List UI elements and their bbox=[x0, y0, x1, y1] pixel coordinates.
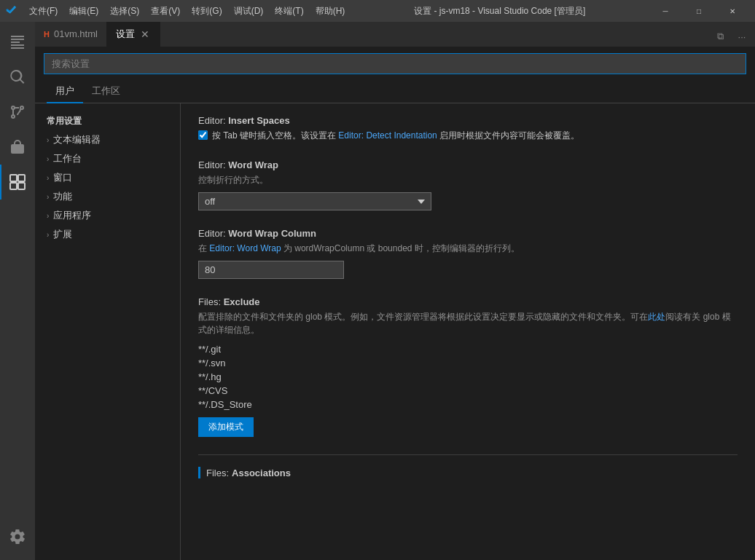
nav-item-label: 应用程序 bbox=[53, 209, 91, 222]
nav-item-app[interactable]: › 应用程序 bbox=[35, 206, 180, 225]
close-button[interactable]: ✕ bbox=[716, 0, 749, 22]
tab-close-settings[interactable]: ✕ bbox=[139, 28, 151, 40]
setting-title-word-wrap: Editor: Word Wrap bbox=[198, 159, 738, 170]
activity-git[interactable] bbox=[0, 95, 35, 130]
menu-goto[interactable]: 转到(G) bbox=[186, 4, 227, 19]
tab-01vm[interactable]: H 01vm.html bbox=[35, 22, 107, 47]
activity-bar bbox=[0, 22, 35, 560]
accent-bar bbox=[198, 467, 200, 478]
activity-settings[interactable] bbox=[0, 519, 35, 554]
settings-content: 用户 工作区 常用设置 › 文本编辑器 › 工作台 bbox=[35, 47, 755, 560]
tab-settings[interactable]: 设置 ✕ bbox=[107, 22, 160, 47]
nav-item-text-editor[interactable]: › 文本编辑器 bbox=[35, 130, 180, 149]
menu-bar: 文件(F) 编辑(E) 选择(S) 查看(V) 转到(G) 调试(D) 终端(T… bbox=[23, 4, 351, 19]
chevron-icon: › bbox=[47, 155, 49, 163]
svg-rect-5 bbox=[10, 183, 17, 189]
nav-item-label: 窗口 bbox=[53, 171, 72, 184]
nav-item-features[interactable]: › 功能 bbox=[35, 187, 180, 206]
list-item: **/.git bbox=[198, 342, 738, 356]
menu-select[interactable]: 选择(S) bbox=[104, 4, 145, 19]
titlebar: 文件(F) 编辑(E) 选择(S) 查看(V) 转到(G) 调试(D) 终端(T… bbox=[0, 0, 755, 22]
section-divider bbox=[198, 454, 738, 455]
list-item: **/CVS bbox=[198, 384, 738, 398]
svg-point-1 bbox=[20, 106, 23, 109]
more-actions-button[interactable]: ··· bbox=[732, 26, 752, 47]
chevron-icon: › bbox=[47, 212, 49, 220]
setting-prefix: Files: bbox=[198, 296, 224, 307]
svg-rect-4 bbox=[18, 175, 25, 181]
tab-label-settings: 设置 bbox=[116, 28, 135, 41]
setting-main-label: Insert Spaces bbox=[228, 115, 290, 126]
nav-item-label: 扩展 bbox=[53, 228, 72, 241]
svg-point-2 bbox=[12, 115, 15, 118]
menu-edit[interactable]: 编辑(E) bbox=[63, 4, 104, 19]
setting-prefix: Editor: bbox=[198, 159, 228, 170]
window-controls: ─ □ ✕ bbox=[649, 0, 749, 22]
nav-item-label: 功能 bbox=[53, 190, 72, 203]
menu-debug[interactable]: 调试(D) bbox=[228, 4, 270, 19]
svg-rect-6 bbox=[18, 183, 25, 189]
word-wrap-desc: 控制折行的方式。 bbox=[198, 173, 738, 186]
search-input[interactable] bbox=[44, 53, 746, 74]
insert-spaces-checkbox-row: 按 Tab 键时插入空格。该设置在 Editor: Detect Indenta… bbox=[198, 129, 738, 142]
detect-indentation-link[interactable]: Editor: Detect Indentation bbox=[338, 130, 437, 141]
word-wrap-link[interactable]: Editor: Word Wrap bbox=[209, 243, 281, 253]
app-icon bbox=[6, 5, 17, 17]
list-item: **/.DS_Store bbox=[198, 398, 738, 411]
tab-bar: H 01vm.html 设置 ✕ ⧉ ··· bbox=[35, 22, 755, 47]
add-pattern-button[interactable]: 添加模式 bbox=[198, 417, 254, 437]
word-wrap-select[interactable]: off on wordWrapColumn bounded bbox=[198, 192, 431, 210]
setting-insert-spaces: Editor: Insert Spaces 按 Tab 键时插入空格。该设置在 … bbox=[198, 115, 738, 142]
insert-spaces-desc: 按 Tab 键时插入空格。该设置在 Editor: Detect Indenta… bbox=[212, 129, 579, 142]
chevron-icon: › bbox=[47, 231, 49, 239]
files-exclude-list: **/.git **/.svn **/.hg **/CVS **/.DS_Sto… bbox=[198, 342, 738, 411]
tab-bar-actions: ⧉ ··· bbox=[710, 26, 755, 47]
settings-tabs: 用户 工作区 bbox=[35, 80, 755, 103]
activity-debug[interactable] bbox=[0, 130, 35, 165]
setting-files-assoc: Files: Associations bbox=[198, 454, 738, 478]
list-item: **/.hg bbox=[198, 370, 738, 384]
search-bar bbox=[35, 47, 755, 80]
setting-main-label: Word Wrap Column bbox=[228, 228, 316, 239]
settings-nav: 常用设置 › 文本编辑器 › 工作台 › 窗口 › 功 bbox=[35, 103, 181, 560]
insert-spaces-checkbox[interactable] bbox=[198, 130, 208, 140]
editor-area: H 01vm.html 设置 ✕ ⧉ ··· 用户 工作区 bbox=[35, 22, 755, 560]
nav-item-label: 文本编辑器 bbox=[53, 133, 101, 146]
word-wrap-column-input[interactable] bbox=[198, 261, 344, 279]
menu-file[interactable]: 文件(F) bbox=[23, 4, 63, 19]
nav-item-workbench[interactable]: › 工作台 bbox=[35, 149, 180, 168]
activity-extensions[interactable] bbox=[0, 165, 35, 200]
nav-item-extensions[interactable]: › 扩展 bbox=[35, 225, 180, 244]
window-title: 设置 - js-vm18 - Visual Studio Code [管理员] bbox=[351, 5, 649, 17]
menu-help[interactable]: 帮助(H) bbox=[310, 4, 351, 19]
settings-main: 常用设置 › 文本编辑器 › 工作台 › 窗口 › 功 bbox=[35, 103, 755, 560]
svg-point-0 bbox=[12, 106, 15, 109]
files-assoc-prefix: Files: bbox=[206, 468, 229, 478]
setting-main-label: Exclude bbox=[224, 296, 260, 307]
list-item: **/.svn bbox=[198, 356, 738, 370]
html-icon: H bbox=[44, 30, 50, 39]
setting-word-wrap: Editor: Word Wrap 控制折行的方式。 off on wordWr… bbox=[198, 159, 738, 210]
nav-item-label: 工作台 bbox=[53, 152, 82, 165]
chevron-icon: › bbox=[47, 193, 49, 201]
files-assoc-main: Associations bbox=[232, 468, 291, 478]
chevron-icon: › bbox=[47, 174, 49, 182]
settings-tab-workspace[interactable]: 工作区 bbox=[83, 80, 129, 103]
setting-prefix: Editor: bbox=[198, 228, 228, 239]
menu-terminal[interactable]: 终端(T) bbox=[269, 4, 309, 19]
setting-main-label: Word Wrap bbox=[228, 159, 278, 170]
nav-item-window[interactable]: › 窗口 bbox=[35, 168, 180, 187]
settings-panel: Editor: Insert Spaces 按 Tab 键时插入空格。该设置在 … bbox=[181, 103, 755, 560]
svg-rect-3 bbox=[10, 175, 17, 181]
minimize-button[interactable]: ─ bbox=[649, 0, 682, 22]
activity-search[interactable] bbox=[0, 60, 35, 95]
menu-view[interactable]: 查看(V) bbox=[145, 4, 186, 19]
setting-title-files-exclude: Files: Exclude bbox=[198, 296, 738, 307]
activity-explorer[interactable] bbox=[0, 25, 35, 60]
maximize-button[interactable]: □ bbox=[682, 0, 716, 22]
setting-title-word-wrap-column: Editor: Word Wrap Column bbox=[198, 228, 738, 239]
setting-title-insert-spaces: Editor: Insert Spaces bbox=[198, 115, 738, 126]
files-exclude-link[interactable]: 此处 bbox=[648, 312, 665, 322]
settings-tab-user[interactable]: 用户 bbox=[47, 80, 83, 103]
split-editor-button[interactable]: ⧉ bbox=[710, 26, 730, 47]
